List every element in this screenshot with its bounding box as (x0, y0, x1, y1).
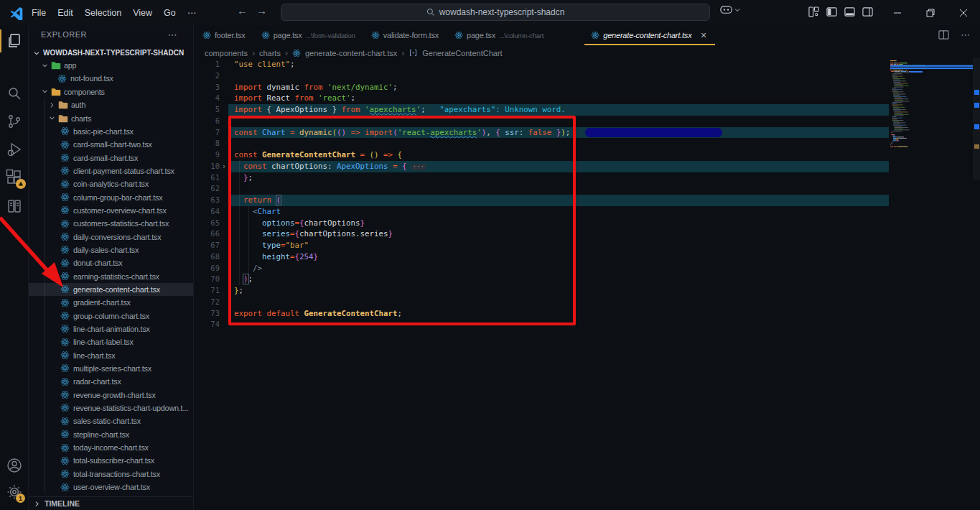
tree-item-label: card-small-chart-two.tsx (73, 140, 152, 149)
account-icon[interactable] (6, 457, 23, 474)
line-number: 6 (195, 116, 220, 127)
tree-item-label: line-chart-label.tsx (73, 338, 134, 346)
close-tab-icon[interactable]: ✕ (700, 31, 706, 40)
tree-item-revenue-statistics-chart-updown.t...[interactable]: revenue-statistics-chart-updown.t... (29, 402, 193, 414)
command-center-search[interactable]: wowdash-next-typescript-shadcn (281, 4, 710, 21)
react-file-icon (202, 31, 211, 40)
tab-label: page.tsx (274, 31, 302, 40)
tree-item-column-group-bar-chart.tsx[interactable]: column-group-bar-chart.tsx (29, 190, 193, 203)
tab-generate-content-chart.tsx[interactable]: generate-content-chart.tsx✕ (583, 25, 717, 45)
copilot-button[interactable] (720, 5, 740, 15)
tree-item-label: multiple-series-chart.tsx (73, 364, 151, 373)
tree-item-charts[interactable]: charts (29, 111, 193, 124)
line-number: 10 (195, 161, 220, 172)
fold-chevron-icon[interactable]: › (222, 161, 226, 172)
editor-more-icon[interactable]: ⋯ (961, 29, 970, 40)
restore-button[interactable] (914, 0, 947, 25)
menu-view[interactable]: View (127, 5, 158, 21)
tree-item-auth[interactable]: auth (29, 98, 193, 111)
tab-page.tsx[interactable]: page.tsx...\column-chart (447, 25, 551, 45)
toggle-secondary-sidebar-icon[interactable] (862, 6, 873, 17)
tree-item-label: user-overview-chart.tsx (73, 483, 150, 491)
tree-item-client-payment-status-chart.tsx[interactable]: client-payment-status-chart.tsx (29, 164, 193, 177)
menu-selection[interactable]: Selection (79, 5, 127, 21)
tree-item-sales-static-chart.tsx[interactable]: sales-static-chart.tsx (29, 414, 193, 427)
blue-redaction-pill (585, 128, 722, 137)
tree-item-today-income-chart.tsx[interactable]: today-income-chart.tsx (29, 441, 193, 454)
tree-item-group-column-chart.tsx[interactable]: group-column-chart.tsx (29, 309, 193, 322)
settings-gear-icon[interactable]: 1 (6, 483, 23, 501)
tree-item-label: revenue-statistics-chart-updown.t... (73, 404, 189, 412)
close-window-button[interactable] (947, 0, 980, 25)
tab-page.tsx[interactable]: page.tsx...\form-validation (253, 25, 363, 45)
tree-item-card-small-chart.tsx[interactable]: card-small-chart.tsx (29, 151, 193, 164)
minimize-button[interactable] (881, 0, 914, 25)
back-arrow-icon[interactable]: ← (237, 4, 248, 17)
breadcrumb-item[interactable]: generate-content-chart.tsx (305, 49, 397, 57)
breadcrumb-separator: › (401, 48, 404, 58)
react-file-icon (60, 180, 70, 189)
vscode-logo (9, 6, 24, 20)
search-sidebar-icon[interactable] (6, 85, 23, 102)
tab-path-hint: ...\form-validation (306, 32, 355, 40)
toggle-panel-icon[interactable] (844, 6, 855, 17)
tree-item-card-small-chart-two.tsx[interactable]: card-small-chart-two.tsx (29, 138, 193, 151)
menu-go[interactable]: Go (158, 5, 182, 21)
explorer-more-icon[interactable]: ⋯ (168, 29, 178, 40)
tree-item-revenue-growth-chart.tsx[interactable]: revenue-growth-chart.tsx (29, 389, 193, 402)
timeline-section[interactable]: TIMELINE (29, 496, 193, 510)
root-folder-row[interactable]: WOWDASH-NEXT-TYPESCRIPT-SHADCN (29, 46, 193, 60)
tree-item-user-overview-chart.tsx[interactable]: user-overview-chart.tsx (29, 481, 193, 493)
tree-item-label: column-group-bar-chart.tsx (73, 193, 162, 202)
active-indicator (0, 29, 1, 52)
menu-more[interactable]: ⋯ (182, 4, 202, 21)
react-file-icon (371, 31, 380, 40)
tree-item-not-found.tsx[interactable]: not-found.tsx (29, 72, 193, 85)
source-control-icon[interactable] (6, 113, 23, 130)
menu-edit[interactable]: Edit (52, 5, 79, 21)
breadcrumb-item[interactable]: components (205, 49, 248, 57)
react-file-icon (60, 298, 70, 307)
react-file-icon (60, 417, 70, 426)
extensions-icon[interactable] (6, 169, 23, 186)
explorer-icon[interactable] (6, 32, 23, 50)
breadcrumb-item[interactable]: GenerateContentChart (422, 49, 502, 57)
run-debug-icon[interactable] (6, 141, 23, 158)
tree-item-multiple-series-chart.tsx[interactable]: multiple-series-chart.tsx (29, 362, 193, 375)
menu-file[interactable]: File (26, 5, 52, 21)
minimap[interactable] (890, 60, 973, 190)
react-file-icon (60, 456, 70, 465)
tree-item-line-chart-label.tsx[interactable]: line-chart-label.tsx (29, 335, 193, 348)
customize-layout-icon[interactable] (808, 6, 819, 17)
breadcrumb-item[interactable]: charts (259, 49, 281, 57)
settings-badge: 1 (16, 493, 25, 503)
tree-item-total-subscriber-chart.tsx[interactable]: total-subscriber-chart.tsx (29, 454, 193, 467)
tab-footer.tsx[interactable]: footer.tsx (195, 25, 253, 45)
tree-item-label: components (64, 88, 105, 96)
split-editor-icon[interactable] (938, 29, 949, 40)
toggle-sidebar-icon[interactable] (826, 6, 837, 17)
tab-validate-form.tsx[interactable]: validate-form.tsx (363, 25, 447, 45)
tree-item-total-transactions-chart.tsx[interactable]: total-transactions-chart.tsx (29, 468, 193, 481)
tree-item-label: line-chart.tsx (73, 351, 115, 360)
tree-item-basic-pie-chart.tsx[interactable]: basic-pie-chart.tsx (29, 125, 193, 138)
folder-icon (50, 88, 61, 96)
search-icon (426, 8, 435, 17)
tree-item-app[interactable]: app (29, 59, 193, 72)
line-number: 61 (195, 172, 220, 184)
tree-item-label: customers-statistics-chart.tsx (73, 219, 169, 228)
line-number: 69 (195, 263, 220, 274)
tree-item-components[interactable]: components (29, 85, 193, 98)
tree-item-line-chart.tsx[interactable]: line-chart.tsx (29, 348, 193, 361)
react-file-icon (60, 403, 70, 412)
tree-item-line-chart-animation.tsx[interactable]: line-chart-animation.tsx (29, 323, 193, 335)
tree-item-radar-chart.tsx[interactable]: radar-chart.tsx (29, 375, 193, 388)
line-number: 66 (195, 228, 220, 240)
line-number: 8 (195, 138, 220, 149)
tree-item-stepline-chart.tsx[interactable]: stepline-chart.tsx (29, 428, 193, 441)
react-file-icon (60, 193, 70, 202)
forward-arrow-icon[interactable]: → (256, 4, 267, 17)
tree-item-coin-analytics-chart.tsx[interactable]: coin-analytics-chart.tsx (29, 177, 193, 190)
search-value: wowdash-next-typescript-shadcn (439, 7, 565, 17)
tree-item-label: revenue-growth-chart.tsx (73, 391, 156, 399)
